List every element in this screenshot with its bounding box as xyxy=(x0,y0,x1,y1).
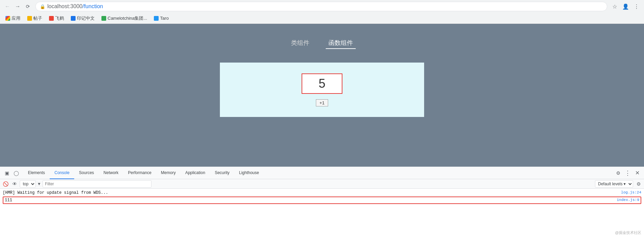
tab-network[interactable]: Network xyxy=(99,167,123,179)
console-line-111: 111 index.js:9 xyxy=(3,197,641,204)
devtools-inspect-button[interactable]: ▣ xyxy=(3,169,11,177)
bookmark-label-taro: Taro xyxy=(160,16,168,21)
menu-button[interactable]: ⋮ xyxy=(632,2,641,11)
tab-security[interactable]: Security xyxy=(210,167,234,179)
console-line-111-link[interactable]: index.js:9 xyxy=(617,198,639,202)
console-context-select[interactable]: top xyxy=(20,180,36,188)
apps-label: 应用 xyxy=(12,15,20,21)
devtools-close-button[interactable]: ✕ xyxy=(633,169,641,177)
back-button[interactable]: ← xyxy=(3,2,12,11)
plus-button[interactable]: +1 xyxy=(316,99,328,106)
address-highlight: /function xyxy=(82,3,103,9)
browser-actions: ☆ 👤 ⋮ xyxy=(610,2,641,11)
top-bar: ← → ⟳ 🔒 localhost:3000/function ☆ 👤 ⋮ xyxy=(0,0,644,13)
console-settings-button[interactable]: ⚙ xyxy=(634,180,643,188)
console-filter-bar: 🚫 👁 top ▼ Default levels ▾ ⚙ xyxy=(0,179,644,189)
console-output: [HMR] Waiting for update signal from WDS… xyxy=(0,189,644,238)
community-badge: @掘金技术社区 xyxy=(615,229,641,235)
bookmark-favicon-camelot xyxy=(101,16,106,21)
nav-function-component[interactable]: 函数组件 xyxy=(326,37,356,49)
console-line-hmr-text: [HMR] Waiting for update signal from WDS… xyxy=(3,190,621,195)
webpage-content: 类组件 函数组件 5 +1 xyxy=(0,24,644,167)
bookmark-印记中文[interactable]: 印记中文 xyxy=(68,14,97,23)
bookmark-favicon-印记中文 xyxy=(71,16,76,21)
page-nav: 类组件 函数组件 xyxy=(288,37,356,49)
devtools-device-button[interactable]: ◯ xyxy=(12,169,20,177)
devtools-left-buttons: ▣ ◯ xyxy=(3,169,20,177)
context-arrow-icon: ▼ xyxy=(37,182,41,186)
devtools-more-button[interactable]: ⋮ xyxy=(624,169,632,177)
bookmark-label-camelot: Camelotchina集团... xyxy=(108,15,147,21)
bookmark-camelot[interactable]: Camelotchina集团... xyxy=(99,14,150,23)
nav-buttons: ← → ⟳ xyxy=(3,2,33,11)
bookmark-taro[interactable]: Taro xyxy=(151,14,171,22)
tab-sources[interactable]: Sources xyxy=(74,167,99,179)
browser-chrome: ← → ⟳ 🔒 localhost:3000/function ☆ 👤 ⋮ 应用… xyxy=(0,0,644,24)
apps-bookmark[interactable]: 应用 xyxy=(3,14,23,23)
devtools-panel: ▣ ◯ Elements Console Sources Network Per… xyxy=(0,167,644,238)
apps-favicon xyxy=(5,16,10,21)
account-button[interactable]: 👤 xyxy=(621,2,630,11)
lock-icon: 🔒 xyxy=(40,4,45,9)
console-line-hmr: [HMR] Waiting for update signal from WDS… xyxy=(3,190,641,196)
console-level-select[interactable]: Default levels ▾ xyxy=(595,180,633,188)
community-label: @掘金技术社区 xyxy=(615,231,641,235)
reload-button[interactable]: ⟳ xyxy=(23,2,33,11)
console-eye-icon[interactable]: 👁 xyxy=(11,181,18,187)
devtools-tab-actions: ⚙ ⋮ ✕ xyxy=(613,169,641,177)
tab-memory[interactable]: Memory xyxy=(156,167,180,179)
tab-lighthouse[interactable]: Lighthouse xyxy=(234,167,264,179)
bookmarks-bar: 应用 帖子 飞鹤 印记中文 Camelotchina集团... Taro xyxy=(0,13,644,24)
bookmark-favicon-taro xyxy=(154,16,159,21)
bookmark-label-飞鹤: 飞鹤 xyxy=(55,15,64,21)
counter-value: 5 xyxy=(319,76,325,91)
bookmark-favicon-帖子 xyxy=(27,16,32,21)
tab-performance[interactable]: Performance xyxy=(123,167,156,179)
star-button[interactable]: ☆ xyxy=(610,2,619,11)
console-area: 🚫 👁 top ▼ Default levels ▾ ⚙ [HMR] Waiti… xyxy=(0,179,644,238)
bookmark-label-印记中文: 印记中文 xyxy=(77,15,95,21)
counter-display: 5 xyxy=(302,73,342,94)
tab-application[interactable]: Application xyxy=(180,167,210,179)
content-box: 5 +1 xyxy=(220,63,424,117)
address-text: localhost:3000/function xyxy=(47,3,103,10)
console-filter-input[interactable] xyxy=(43,180,151,188)
console-clear-button[interactable]: 🚫 xyxy=(1,180,10,188)
devtools-tabs: Elements Console Sources Network Perform… xyxy=(23,167,613,179)
bookmark-飞鹤[interactable]: 飞鹤 xyxy=(46,14,67,23)
nav-class-component[interactable]: 类组件 xyxy=(288,37,312,49)
devtools-toolbar: ▣ ◯ Elements Console Sources Network Per… xyxy=(0,167,644,179)
tab-elements[interactable]: Elements xyxy=(23,167,50,179)
devtools-settings-button[interactable]: ⚙ xyxy=(614,169,622,177)
console-line-hmr-link[interactable]: log.js:24 xyxy=(621,190,641,194)
console-line-111-text: 111 xyxy=(5,198,617,203)
bookmark-label-帖子: 帖子 xyxy=(33,15,42,21)
address-bar-wrap[interactable]: 🔒 localhost:3000/function xyxy=(35,2,607,11)
tab-console[interactable]: Console xyxy=(50,167,74,179)
address-normal: localhost:3000 xyxy=(47,3,82,9)
forward-button[interactable]: → xyxy=(13,2,22,11)
bookmark-帖子[interactable]: 帖子 xyxy=(25,14,45,23)
bookmark-favicon-飞鹤 xyxy=(49,16,54,21)
